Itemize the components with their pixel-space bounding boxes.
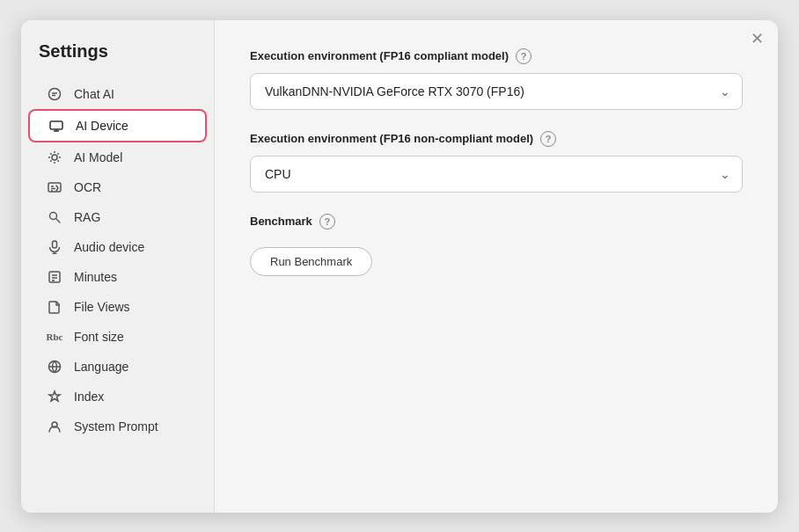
non-fp16-section-label: Execution environment (FP16 non-complian…	[250, 131, 743, 147]
fp16-section-label: Execution environment (FP16 compliant mo…	[250, 48, 743, 64]
rag-icon	[46, 210, 63, 224]
language-icon	[46, 360, 63, 374]
sidebar-item-file-views[interactable]: File Views	[28, 292, 207, 322]
sidebar-item-audio-device[interactable]: Audio device	[28, 232, 207, 262]
ocr-icon	[46, 180, 63, 194]
ai-device-icon	[48, 119, 65, 133]
sidebar-label-chat-ai: Chat AI	[74, 87, 114, 101]
non-fp16-dropdown[interactable]: CPUVulkanDNN-NVIDIA GeForce RTX 3070 (FP…	[250, 156, 743, 193]
sidebar-item-ai-model[interactable]: AI Model	[28, 142, 207, 172]
sidebar: Settings Chat AI AI Device	[21, 20, 215, 513]
sidebar-label-ai-device: AI Device	[76, 119, 128, 133]
benchmark-label: Benchmark ?	[250, 214, 743, 230]
sidebar-item-font-size[interactable]: Rbc Font size	[28, 322, 207, 352]
fp16-dropdown[interactable]: VulkanDNN-NVIDIA GeForce RTX 3070 (FP16)…	[250, 73, 743, 110]
sidebar-label-ai-model: AI Model	[74, 150, 122, 164]
svg-rect-5	[53, 241, 57, 248]
system-prompt-icon	[46, 419, 63, 434]
sidebar-label-system-prompt: System Prompt	[74, 419, 158, 434]
svg-point-2	[52, 155, 57, 160]
svg-rect-3	[48, 183, 61, 192]
sidebar-item-minutes[interactable]: Minutes	[28, 262, 207, 292]
svg-point-4	[50, 212, 57, 219]
svg-point-0	[49, 88, 61, 99]
benchmark-help-icon[interactable]: ?	[319, 214, 335, 230]
sidebar-item-ai-device[interactable]: AI Device	[28, 109, 207, 142]
benchmark-section: Benchmark ? Run Benchmark	[250, 214, 743, 276]
sidebar-label-font-size: Font size	[74, 330, 124, 344]
non-fp16-dropdown-wrapper: CPUVulkanDNN-NVIDIA GeForce RTX 3070 (FP…	[250, 156, 743, 193]
file-views-icon	[46, 300, 63, 314]
svg-rect-1	[50, 121, 62, 129]
sidebar-label-language: Language	[74, 360, 128, 374]
sidebar-label-rag: RAG	[74, 210, 100, 224]
main-content: Execution environment (FP16 compliant mo…	[215, 20, 778, 513]
sidebar-label-index: Index	[74, 390, 104, 404]
fp16-dropdown-wrapper: VulkanDNN-NVIDIA GeForce RTX 3070 (FP16)…	[250, 73, 743, 110]
sidebar-item-ocr[interactable]: OCR	[28, 172, 207, 202]
settings-title: Settings	[21, 41, 214, 79]
settings-dialog: ✕ Settings Chat AI AI Device	[21, 20, 778, 513]
ai-model-icon	[46, 150, 63, 164]
close-button[interactable]: ✕	[751, 31, 764, 47]
sidebar-item-language[interactable]: Language	[28, 352, 207, 382]
sidebar-label-minutes: Minutes	[74, 270, 117, 284]
run-benchmark-button[interactable]: Run Benchmark	[250, 247, 372, 276]
sidebar-item-index[interactable]: Index	[28, 382, 207, 412]
sidebar-item-system-prompt[interactable]: System Prompt	[28, 412, 207, 441]
non-fp16-help-icon[interactable]: ?	[540, 131, 556, 147]
sidebar-label-ocr: OCR	[74, 180, 101, 194]
fp16-help-icon[interactable]: ?	[516, 48, 531, 64]
font-size-icon: Rbc	[46, 332, 63, 342]
minutes-icon	[46, 270, 63, 284]
sidebar-item-chat-ai[interactable]: Chat AI	[28, 79, 207, 109]
sidebar-item-rag[interactable]: RAG	[28, 202, 207, 232]
chat-ai-icon	[46, 87, 63, 101]
index-icon	[46, 390, 63, 404]
sidebar-label-audio-device: Audio device	[74, 240, 144, 254]
sidebar-label-file-views: File Views	[74, 300, 130, 314]
audio-device-icon	[46, 240, 63, 254]
